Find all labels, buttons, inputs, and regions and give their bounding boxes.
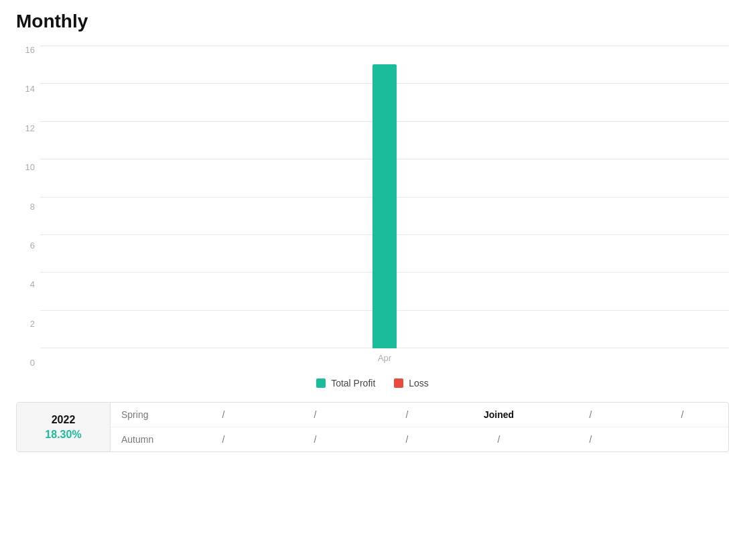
data-cell: Joined	[453, 409, 545, 420]
chart-inner: Apr	[40, 46, 729, 367]
data-cell: /	[178, 409, 269, 420]
y-axis-label: 12	[25, 124, 35, 133]
data-cell: /	[636, 409, 728, 420]
legend-loss: Loss	[394, 378, 429, 389]
data-cell: /	[178, 434, 269, 445]
chart-legend: Total Profit Loss	[16, 378, 729, 389]
y-axis-label: 8	[30, 202, 35, 211]
bars-container	[40, 46, 729, 348]
data-cell: /	[269, 434, 361, 445]
table-main-row: 2022 18.30% Spring///Joined//Autumn/////	[17, 403, 728, 451]
data-cell: /	[545, 434, 636, 445]
y-axis-label: 4	[30, 280, 35, 289]
data-cell: /	[545, 409, 636, 420]
chart-wrapper: 1614121086420 Apr	[16, 46, 729, 367]
table-row: Autumn/////	[111, 427, 728, 451]
year-pct: 18.30%	[45, 429, 81, 441]
table-row: Spring///Joined//	[111, 403, 728, 427]
season-rows: Spring///Joined//Autumn/////	[111, 403, 728, 451]
y-axis-label: 16	[25, 46, 35, 54]
profit-label: Total Profit	[331, 378, 375, 389]
bar-group	[364, 46, 405, 348]
data-cell: /	[361, 434, 453, 445]
season-cell: Autumn	[111, 434, 178, 445]
data-cell: /	[269, 409, 361, 420]
legend-profit: Total Profit	[316, 378, 375, 389]
year-cell: 2022 18.30%	[17, 403, 111, 451]
y-axis-label: 14	[25, 84, 35, 93]
data-cell: /	[361, 409, 453, 420]
y-axis-label: 0	[30, 358, 35, 367]
data-table: 2022 18.30% Spring///Joined//Autumn/////	[16, 402, 729, 452]
loss-label: Loss	[409, 378, 429, 389]
x-axis: Apr	[40, 348, 729, 367]
y-axis: 1614121086420	[16, 46, 40, 367]
season-cell: Spring	[111, 409, 178, 420]
y-axis-label: 2	[30, 320, 35, 328]
profit-color-box	[316, 378, 326, 388]
year-label: 2022	[52, 414, 76, 426]
loss-color-box	[394, 378, 403, 388]
x-axis-label: Apr	[364, 353, 405, 363]
profit-bar	[373, 64, 397, 348]
chart-area: 1614121086420 Apr	[16, 46, 729, 367]
y-axis-label: 6	[30, 241, 35, 250]
y-axis-label: 10	[25, 163, 35, 171]
page-title: Monthly	[16, 11, 729, 32]
data-cell: /	[453, 434, 545, 445]
